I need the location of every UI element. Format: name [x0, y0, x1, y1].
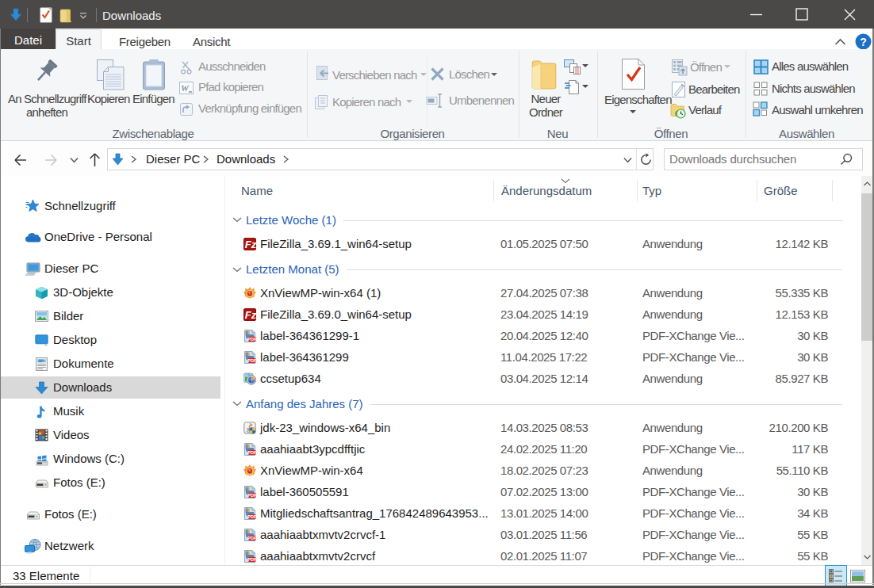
svg-text:?: ?	[860, 36, 867, 48]
svg-text:W: W	[181, 83, 190, 93]
